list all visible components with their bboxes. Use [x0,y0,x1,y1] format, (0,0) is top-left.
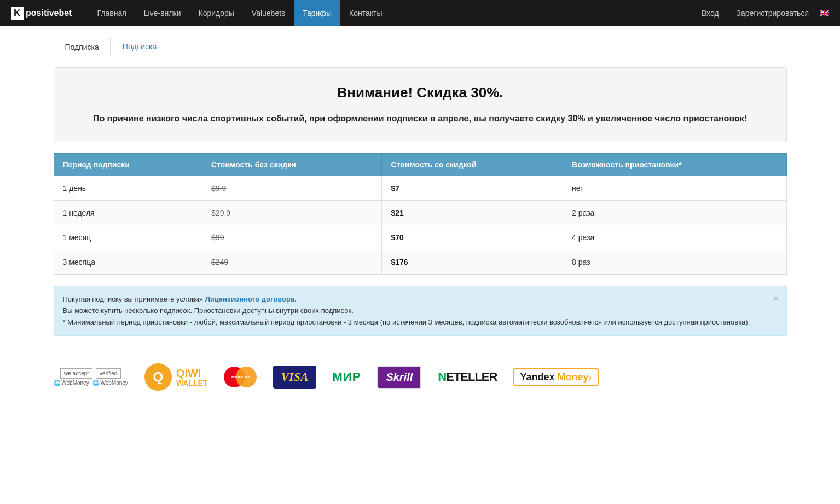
visa-logo: VISA [273,366,316,389]
license-link[interactable]: Лицензионного договора. [205,295,297,303]
skrill-logo: Skrill [377,366,421,389]
neteller-n: N [438,370,446,384]
original-price-cell: $249 [202,250,382,275]
promo-text: По причине низкого числа спортивных собы… [76,112,764,125]
yandex-arrow-icon: › [589,372,592,383]
table-row: 1 месяц $99 $70 4 раза [54,225,786,250]
webmoney-verified: verified [96,368,121,379]
webmoney-globe-right: 🌐 WebMoney [92,380,128,386]
info-notice-box: Покупая подписку вы принимаете условия Л… [54,286,787,336]
pricing-table: Период подписки Стоимость без скидки Сто… [54,153,787,275]
qiwi-circle-icon: Q [144,363,172,391]
nav-home[interactable]: Главная [88,0,135,26]
original-price-cell: $29.9 [202,201,382,225]
nav-live[interactable]: Live-вилки [135,0,190,26]
navbar: K positivebet Главная Live-вилки Коридор… [0,0,840,26]
neteller-rest: ETELLER [446,370,497,384]
yandex-text: Yandex [520,372,554,383]
qiwi-wallet-text: WALLET [176,379,208,387]
webmoney-globe-left: 🌐 WebMoney [54,380,89,386]
table-row: 1 неделя $29.9 $21 2 раза [54,201,786,225]
discounted-price-cell: $70 [382,225,563,250]
register-link[interactable]: Зарегистрироваться [730,9,815,18]
money-text: Money [554,372,588,383]
main-content: Подписка Подписка+ Внимание! Скидка 30%.… [43,37,798,402]
pause-cell: 8 раз [563,250,786,275]
webmoney-logo: we accept verified 🌐 WebMoney 🌐 WebMoney [54,368,128,386]
payment-methods-section: we accept verified 🌐 WebMoney 🌐 WebMoney… [54,352,787,402]
login-link[interactable]: Вход [695,9,726,18]
info-text-3: * Минимальный период приостановки - любо… [63,318,750,326]
skrill-text: Skrill [386,371,413,383]
neteller-logo: NETELLER [438,370,497,384]
yandex-money-logo: Yandex Money › [513,368,598,386]
table-row: 3 месяца $249 $176 8 раз [54,250,786,275]
table-row: 1 день $9.9 $7 нет [54,176,786,201]
original-price-cell: $9.9 [202,176,382,201]
nav-corridors[interactable]: Коридоры [189,0,242,26]
mir-logo: МИР [333,370,361,384]
webmoney-we-accept: we accept [60,368,92,379]
nav-links: Главная Live-вилки Коридоры Valuebets Та… [88,0,694,26]
pause-cell: 4 раза [563,225,786,250]
period-cell: 1 месяц [54,225,202,250]
original-price-cell: $99 [202,225,382,250]
col-header-discounted-price: Стоимость со скидкой [382,154,563,176]
promo-title: Внимание! Скидка 30%. [76,84,764,101]
info-text-1: Покупая подписку вы принимаете условия [63,295,205,303]
mastercard-logo: MasterCard [224,367,257,387]
discounted-price-cell: $7 [382,176,563,201]
nav-contacts[interactable]: Контакты [340,0,391,26]
info-text-2: Вы можете купить несколько подписок. При… [63,306,354,315]
nav-tariffs[interactable]: Тарифы [294,0,340,26]
qiwi-name-text: QIWI [176,367,208,379]
neteller-text: NETELLER [438,370,497,384]
col-header-original-price: Стоимость без скидки [202,154,382,176]
mir-text: МИР [333,370,361,384]
period-cell: 1 неделя [54,201,202,225]
col-header-period: Период подписки [54,154,202,176]
discounted-price-cell: $176 [382,250,563,275]
promo-alert-box: Внимание! Скидка 30%. По причине низкого… [54,67,787,142]
info-close-button[interactable]: × [773,292,778,306]
tab-subscription-plus[interactable]: Подписка+ [112,38,172,56]
pause-cell: нет [563,176,786,201]
period-cell: 3 месяца [54,250,202,275]
pause-cell: 2 раза [563,201,786,225]
brand-name: positivebet [26,8,72,18]
navbar-auth: Вход Зарегистрироваться 🇬🇧 [695,9,829,18]
mastercard-text: MasterCard [231,375,250,379]
discounted-price-cell: $21 [382,201,563,225]
logo-symbol: K [11,7,24,20]
col-header-pause: Возможность приостановки* [563,154,786,176]
subscription-tabs: Подписка Подписка+ [54,37,787,56]
period-cell: 1 день [54,176,202,201]
nav-valuebets[interactable]: Valuebets [243,0,294,26]
visa-text: VISA [281,370,308,384]
language-flag-icon[interactable]: 🇬🇧 [820,9,829,18]
tab-subscription[interactable]: Подписка [54,38,111,56]
qiwi-logo: Q QIWI WALLET [144,363,208,391]
brand-logo[interactable]: K positivebet [11,7,72,20]
